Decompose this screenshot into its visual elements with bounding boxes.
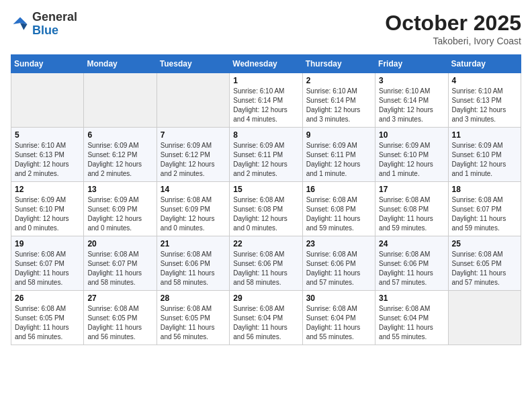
day-info: Sunrise: 6:10 AM Sunset: 6:13 PM Dayligh… [452, 87, 517, 124]
day-number: 5 [15, 130, 80, 140]
day-number: 9 [306, 130, 371, 140]
calendar-cell: 15Sunrise: 6:08 AM Sunset: 6:08 PM Dayli… [230, 182, 302, 236]
weekday-header-saturday: Saturday [448, 55, 521, 73]
day-number: 12 [15, 185, 80, 194]
day-number: 8 [233, 130, 298, 140]
day-info: Sunrise: 6:08 AM Sunset: 6:04 PM Dayligh… [306, 304, 371, 342]
day-number: 3 [379, 76, 444, 85]
location: Takoberi, Ivory Coast [385, 36, 521, 46]
calendar-cell: 28Sunrise: 6:08 AM Sunset: 6:05 PM Dayli… [157, 291, 229, 345]
calendar-cell: 6Sunrise: 6:09 AM Sunset: 6:12 PM Daylig… [84, 128, 157, 182]
day-info: Sunrise: 6:09 AM Sunset: 6:09 PM Dayligh… [87, 195, 152, 233]
calendar-cell: 5Sunrise: 6:10 AM Sunset: 6:13 PM Daylig… [11, 128, 84, 182]
day-number: 1 [233, 76, 298, 85]
logo-icon [11, 15, 30, 34]
day-info: Sunrise: 6:08 AM Sunset: 6:07 PM Dayligh… [452, 195, 517, 233]
weekday-header-sunday: Sunday [11, 55, 84, 73]
calendar-cell: 26Sunrise: 6:08 AM Sunset: 6:05 PM Dayli… [11, 291, 84, 345]
day-info: Sunrise: 6:08 AM Sunset: 6:06 PM Dayligh… [161, 250, 226, 287]
day-info: Sunrise: 6:09 AM Sunset: 6:12 PM Dayligh… [161, 141, 226, 179]
calendar-cell: 4Sunrise: 6:10 AM Sunset: 6:13 PM Daylig… [448, 73, 521, 128]
calendar-cell: 22Sunrise: 6:08 AM Sunset: 6:06 PM Dayli… [230, 236, 302, 291]
title-block: October 2025 Takoberi, Ivory Coast [385, 11, 521, 46]
day-info: Sunrise: 6:09 AM Sunset: 6:11 PM Dayligh… [306, 141, 371, 179]
day-number: 21 [161, 239, 226, 248]
calendar-cell: 12Sunrise: 6:09 AM Sunset: 6:10 PM Dayli… [11, 182, 84, 236]
calendar-cell [11, 73, 84, 128]
day-number: 31 [379, 293, 444, 303]
calendar-cell: 24Sunrise: 6:08 AM Sunset: 6:06 PM Dayli… [375, 236, 448, 291]
calendar-cell: 25Sunrise: 6:08 AM Sunset: 6:05 PM Dayli… [448, 236, 521, 291]
day-info: Sunrise: 6:08 AM Sunset: 6:07 PM Dayligh… [87, 250, 152, 287]
day-info: Sunrise: 6:08 AM Sunset: 6:05 PM Dayligh… [161, 304, 226, 342]
calendar-cell: 13Sunrise: 6:09 AM Sunset: 6:09 PM Dayli… [84, 182, 157, 236]
day-number: 2 [306, 76, 371, 85]
day-info: Sunrise: 6:10 AM Sunset: 6:14 PM Dayligh… [379, 87, 444, 124]
day-number: 19 [15, 239, 80, 248]
calendar-cell: 3Sunrise: 6:10 AM Sunset: 6:14 PM Daylig… [375, 73, 448, 128]
weekday-header-row: SundayMondayTuesdayWednesdayThursdayFrid… [11, 55, 521, 73]
calendar-cell: 7Sunrise: 6:09 AM Sunset: 6:12 PM Daylig… [157, 128, 229, 182]
day-info: Sunrise: 6:08 AM Sunset: 6:04 PM Dayligh… [379, 304, 444, 342]
logo-general: General [32, 10, 77, 24]
day-info: Sunrise: 6:09 AM Sunset: 6:10 PM Dayligh… [379, 141, 444, 179]
day-info: Sunrise: 6:09 AM Sunset: 6:11 PM Dayligh… [233, 141, 298, 179]
calendar-cell: 18Sunrise: 6:08 AM Sunset: 6:07 PM Dayli… [448, 182, 521, 236]
day-info: Sunrise: 6:09 AM Sunset: 6:10 PM Dayligh… [15, 195, 80, 233]
day-number: 26 [15, 293, 80, 303]
day-info: Sunrise: 6:08 AM Sunset: 6:05 PM Dayligh… [87, 304, 152, 342]
weekday-header-friday: Friday [375, 55, 448, 73]
calendar-cell: 8Sunrise: 6:09 AM Sunset: 6:11 PM Daylig… [230, 128, 302, 182]
calendar-cell: 2Sunrise: 6:10 AM Sunset: 6:14 PM Daylig… [302, 73, 375, 128]
calendar-cell: 23Sunrise: 6:08 AM Sunset: 6:06 PM Dayli… [302, 236, 375, 291]
page-header: General Blue October 2025 Takoberi, Ivor… [11, 11, 521, 46]
day-info: Sunrise: 6:08 AM Sunset: 6:08 PM Dayligh… [379, 195, 444, 233]
calendar-cell: 30Sunrise: 6:08 AM Sunset: 6:04 PM Dayli… [302, 291, 375, 345]
calendar-cell: 1Sunrise: 6:10 AM Sunset: 6:14 PM Daylig… [230, 73, 302, 128]
calendar-cell [84, 73, 157, 128]
day-number: 14 [161, 185, 226, 194]
day-number: 24 [379, 239, 444, 248]
logo-blue: Blue [32, 24, 58, 37]
day-number: 13 [87, 185, 152, 194]
day-info: Sunrise: 6:08 AM Sunset: 6:09 PM Dayligh… [161, 195, 226, 233]
day-info: Sunrise: 6:09 AM Sunset: 6:10 PM Dayligh… [452, 141, 517, 179]
weekday-header-monday: Monday [84, 55, 157, 73]
calendar-cell: 16Sunrise: 6:08 AM Sunset: 6:08 PM Dayli… [302, 182, 375, 236]
day-info: Sunrise: 6:08 AM Sunset: 6:08 PM Dayligh… [233, 195, 298, 233]
day-number: 29 [233, 293, 298, 303]
calendar-week-3: 12Sunrise: 6:09 AM Sunset: 6:10 PM Dayli… [11, 182, 521, 236]
day-number: 23 [306, 239, 371, 248]
calendar-cell [448, 291, 521, 345]
day-info: Sunrise: 6:08 AM Sunset: 6:08 PM Dayligh… [306, 195, 371, 233]
day-number: 16 [306, 185, 371, 194]
calendar-cell: 10Sunrise: 6:09 AM Sunset: 6:10 PM Dayli… [375, 128, 448, 182]
calendar-cell: 14Sunrise: 6:08 AM Sunset: 6:09 PM Dayli… [157, 182, 229, 236]
day-number: 30 [306, 293, 371, 303]
day-number: 11 [452, 130, 517, 140]
day-info: Sunrise: 6:08 AM Sunset: 6:06 PM Dayligh… [379, 250, 444, 287]
calendar-cell: 27Sunrise: 6:08 AM Sunset: 6:05 PM Dayli… [84, 291, 157, 345]
calendar-cell [157, 73, 229, 128]
day-info: Sunrise: 6:08 AM Sunset: 6:05 PM Dayligh… [15, 304, 80, 342]
svg-marker-1 [20, 23, 28, 30]
day-info: Sunrise: 6:10 AM Sunset: 6:14 PM Dayligh… [233, 87, 298, 124]
day-number: 18 [452, 185, 517, 194]
calendar-cell: 31Sunrise: 6:08 AM Sunset: 6:04 PM Dayli… [375, 291, 448, 345]
calendar-cell: 20Sunrise: 6:08 AM Sunset: 6:07 PM Dayli… [84, 236, 157, 291]
day-info: Sunrise: 6:08 AM Sunset: 6:06 PM Dayligh… [306, 250, 371, 287]
calendar-week-1: 1Sunrise: 6:10 AM Sunset: 6:14 PM Daylig… [11, 73, 521, 128]
calendar: SundayMondayTuesdayWednesdayThursdayFrid… [11, 54, 521, 345]
day-info: Sunrise: 6:10 AM Sunset: 6:13 PM Dayligh… [15, 141, 80, 179]
day-number: 17 [379, 185, 444, 194]
day-number: 20 [87, 239, 152, 248]
day-info: Sunrise: 6:08 AM Sunset: 6:05 PM Dayligh… [452, 250, 517, 287]
calendar-cell: 17Sunrise: 6:08 AM Sunset: 6:08 PM Dayli… [375, 182, 448, 236]
calendar-week-4: 19Sunrise: 6:08 AM Sunset: 6:07 PM Dayli… [11, 236, 521, 291]
day-number: 6 [87, 130, 152, 140]
day-number: 27 [87, 293, 152, 303]
day-number: 10 [379, 130, 444, 140]
weekday-header-thursday: Thursday [302, 55, 375, 73]
day-number: 7 [161, 130, 226, 140]
day-info: Sunrise: 6:08 AM Sunset: 6:04 PM Dayligh… [233, 304, 298, 342]
